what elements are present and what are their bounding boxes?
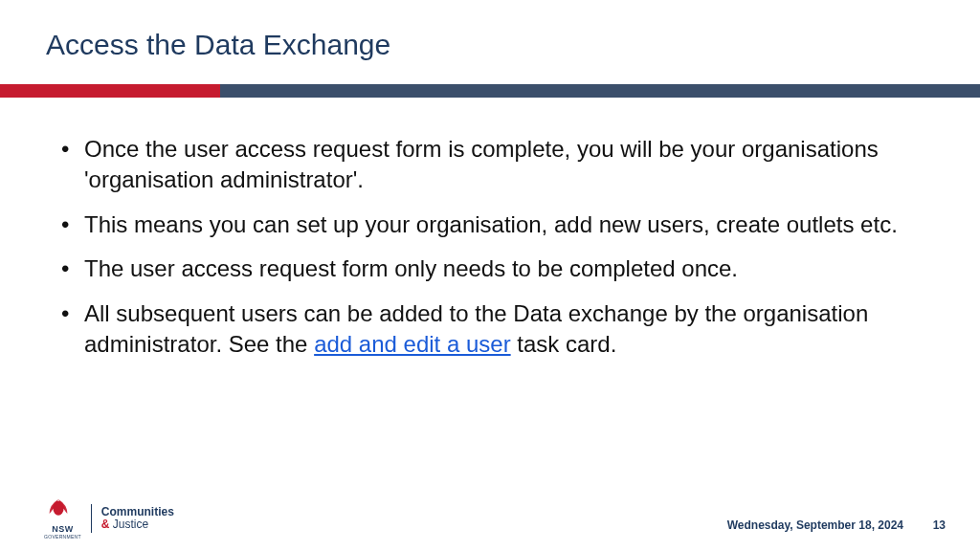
footer-date: Wednesday, September 18, 2024: [727, 518, 903, 532]
ampersand: &: [101, 518, 110, 531]
bullet-text: The user access request form only needs …: [84, 255, 738, 281]
list-item: This means you can set up your organisat…: [57, 209, 928, 240]
waratah-logo: NSW GOVERNMENT: [44, 497, 81, 540]
bullet-text: This means you can set up your organisat…: [84, 211, 898, 237]
department-name: Communities & Justice: [101, 506, 174, 531]
bullet-text: Once the user access request form is com…: [84, 136, 879, 192]
body-content: Once the user access request form is com…: [57, 134, 928, 373]
slide-title: Access the Data Exchange: [46, 29, 390, 61]
logo-divider: [91, 504, 92, 533]
list-item: All subsequent users can be added to the…: [57, 298, 928, 361]
government-text: GOVERNMENT: [44, 534, 81, 540]
dept-line2: & Justice: [101, 518, 174, 531]
footer: NSW GOVERNMENT Communities & Justice Wed…: [0, 499, 980, 551]
slide: Access the Data Exchange Once the user a…: [0, 0, 980, 551]
bullet-list: Once the user access request form is com…: [57, 134, 928, 360]
bullet-text-post: task card.: [511, 331, 617, 357]
list-item: Once the user access request form is com…: [57, 134, 928, 196]
divider-stripe-red: [0, 84, 220, 98]
add-edit-user-link[interactable]: add and edit a user: [314, 331, 511, 357]
list-item: The user access request form only needs …: [57, 253, 928, 284]
waratah-icon: [44, 497, 73, 526]
dept-line2-text: Justice: [110, 518, 149, 531]
page-number: 13: [933, 518, 946, 532]
nsw-logo-block: NSW GOVERNMENT Communities & Justice: [44, 497, 174, 540]
